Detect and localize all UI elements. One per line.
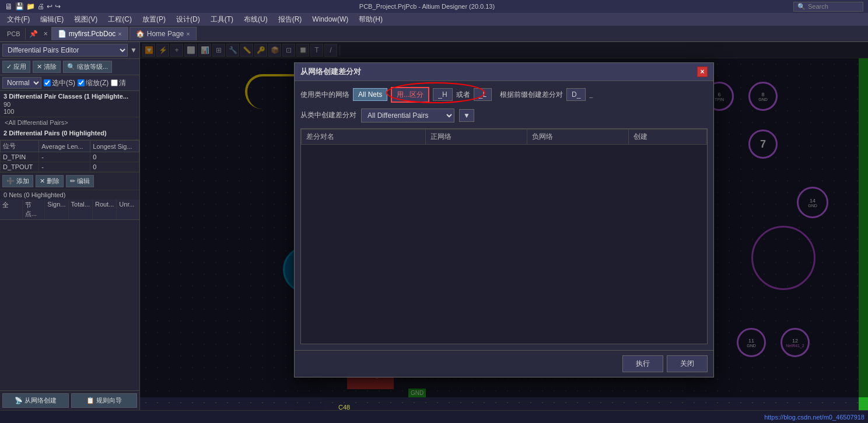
pcb-canvas[interactable]: 🔽 ⚡ + ⬜ 📊 ⊞ 🔧 📏 🔑 📦 ⊡ 🔲 T / U12 [140,42,868,410]
mode-select[interactable]: Normal [2,77,41,89]
dialog-content: 使用类中的网络 All Nets 用...区分 _H 或者 _L 根据前缀创建差… [295,81,713,350]
tree-all-pairs[interactable]: <All Differential Pairs> [0,117,139,128]
search-icon: 🔍 [797,3,806,11]
classes-section: 3 Differential Pair Classes (1 Highlight… [0,91,139,117]
class-val-90: 90 [4,101,136,108]
menu-design[interactable]: 设计(D) [172,13,205,26]
search-area[interactable]: 🔍 Search [793,2,863,12]
all-nets-button[interactable]: All Nets [353,88,387,101]
from-network-button[interactable]: 📡 从网络创建 [2,393,69,408]
pairs-title: 2 Differential Pairs (0 Highlighted) [4,130,136,137]
menu-edit[interactable]: 编辑(E) [36,13,68,26]
menu-view[interactable]: 视图(V) [69,13,102,26]
menu-help[interactable]: 帮助(H) [354,13,387,26]
class-dropdown[interactable]: All Differential Pairs [361,109,454,123]
dialog-close-button[interactable]: × [697,67,708,77]
menu-route[interactable]: 布线(U) [239,13,272,26]
col-pair-name: 差分对名 [302,129,426,144]
edit-icon: ✏ [70,177,75,185]
dialog-titlebar: 从网络创建差分对 × [295,63,713,81]
tab-close-pcbdoc[interactable]: × [118,30,121,37]
dialog-title: 从网络创建差分对 [300,67,361,77]
panel-selector: Differential Pairs Editor ▼ [0,42,139,59]
app-title: PCB_Project.PrjPcb - Altium Designer (20… [61,3,793,10]
dialog: 从网络创建差分对 × 使用类中的网络 All Nets 用...区分 [294,62,714,377]
zoom-checkbox[interactable] [78,79,85,86]
zoom-checkbox-label: 缩放(Z) [78,78,108,88]
col-neg-net: 负网络 [527,129,628,144]
pcb-panel-label: PCB [2,28,26,40]
table-row[interactable]: D_TPIN - 0 [1,152,139,162]
menu-window[interactable]: Window(W) [307,14,353,25]
execute-button[interactable]: 执行 [622,355,663,372]
tab-homepage[interactable]: 🏠 Home Page × [130,27,197,40]
status-url: https://blog.csdn.net/m0_46507918 [764,414,864,421]
select-checkbox[interactable] [44,79,51,86]
nets-table-content [0,220,139,390]
pairs-row0-col2: - [39,152,90,162]
pin-icon[interactable]: 📌 [27,30,40,38]
menu-project[interactable]: 工程(C) [103,13,136,26]
dialog-table: 差分对名 正网络 负网络 创建 [300,128,708,344]
apply-icon: ✓ [6,63,12,71]
clear-checkbox[interactable] [111,79,118,86]
class-source-label: 从类中创建差分对 [300,110,356,120]
remove-pair-button[interactable]: ✕ 删除 [36,175,64,187]
network-icon: 📡 [15,397,23,404]
h-btn[interactable]: _H [433,88,452,101]
apply-button[interactable]: ✓ 应用 [2,61,30,73]
prefix-label: 根据前缀创建差分对 [500,90,563,100]
left-panel: Differential Pairs Editor ▼ ✓ 应用 ✕ 清除 🔍 … [0,42,140,410]
bottom-buttons: 📡 从网络创建 📋 规则向导 [0,390,139,410]
dialog-footer: 执行 关闭 [295,350,713,377]
or-label: 或者 [456,90,470,100]
nets-section: 0 Nets (0 Highlighted) [0,190,139,200]
highlighted-btn-container: 用...区分 [391,87,429,103]
menu-bar: 文件(F) 编辑(E) 视图(V) 工程(C) 放置(P) 设计(D) 工具(T… [0,13,868,26]
tab-bar: PCB 📌 × 📄 myfirst.PcbDoc × 🏠 Home Page × [0,26,868,42]
rules-icon: 📋 [86,397,94,404]
select-checkbox-label: 选中(S) [44,78,75,88]
close-button[interactable]: 关闭 [667,355,708,372]
panel-menu-icon[interactable]: ▼ [130,46,137,54]
edit-pair-button[interactable]: ✏ 编辑 [66,175,94,187]
menu-tools[interactable]: 工具(T) [206,13,238,26]
underscore-suffix: _ [589,92,593,98]
nets-table-header: 全 节点... Sign... Total... Rout... Unr... [0,200,139,220]
remove-icon: ✕ [40,177,45,185]
zoom-icon: 🔍 [67,63,75,71]
zoom-button[interactable]: 🔍 缩放等级... [63,61,112,73]
tab-close-homepage[interactable]: × [186,30,190,37]
close-panel-icon[interactable]: × [41,30,50,38]
rules-wizard-button[interactable]: 📋 规则向导 [71,393,138,408]
add-pair-button[interactable]: ➕ 添加 [2,175,33,187]
table-row[interactable]: D_TPOUT - 0 [1,162,139,172]
panel-toolbar: ✓ 应用 ✕ 清除 🔍 缩放等级... [0,59,139,75]
pairs-row1-col1: D_TPOUT [1,162,39,172]
pairs-table-container: 位号 Average Len... Longest Sig... D_TPIN … [0,140,139,172]
pairs-table: 位号 Average Len... Longest Sig... D_TPIN … [0,140,139,172]
class-source-row: 从类中创建差分对 All Differential Pairs ▼ [300,109,708,123]
filter-btn[interactable]: 用...区分 [391,87,429,103]
tab-pcbdoc[interactable]: 📄 myfirst.PcbDoc × [51,27,128,40]
menu-report[interactable]: 报告(R) [274,13,307,26]
class-dropdown-arrow[interactable]: ▼ [459,109,474,122]
menu-place[interactable]: 放置(P) [138,13,170,26]
panel-dropdown[interactable]: Differential Pairs Editor [2,44,128,57]
title-bar: 🖥 💾 📁 🖨 ↩ ↪ PCB_Project.PrjPcb - Altium … [0,0,868,13]
menu-file[interactable]: 文件(F) [2,13,34,26]
label-c48: C48 [338,404,350,410]
pairs-col-id: 位号 [1,141,39,152]
pairs-row1-col2: - [39,162,90,172]
d-btn[interactable]: D_ [566,88,586,101]
pairs-col-avglen: Average Len... [39,141,90,152]
clear-icon: ✕ [37,63,42,71]
pairs-dialog-table: 差分对名 正网络 负网络 创建 [301,129,707,145]
net-source-label: 使用类中的网络 [300,90,349,100]
pairs-row1-col3: 0 [90,162,139,172]
pair-action-bar: ➕ 添加 ✕ 删除 ✏ 编辑 [0,172,139,190]
status-bar: https://blog.csdn.net/m0_46507918 [0,410,868,423]
home-icon: 🏠 [136,30,145,38]
l-btn[interactable]: _L [474,88,492,101]
clear-button[interactable]: ✕ 清除 [33,61,61,73]
